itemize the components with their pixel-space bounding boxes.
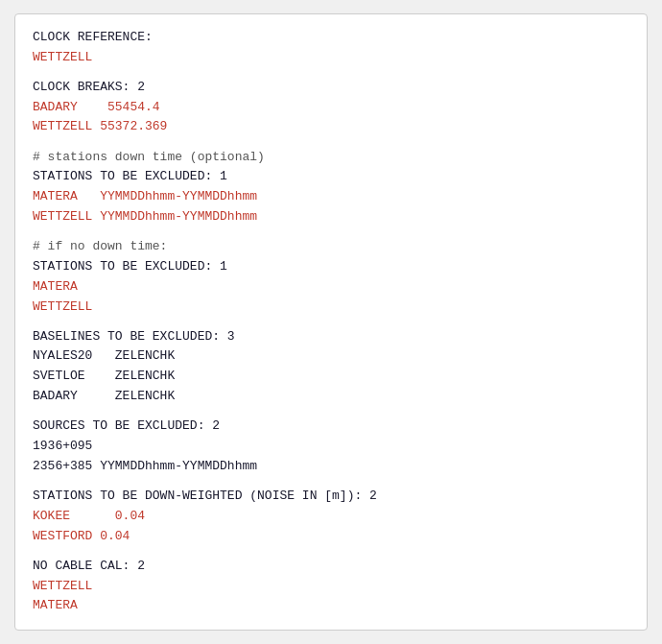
- no-cable-label: NO CABLE CAL: 2: [33, 557, 629, 577]
- baselines-row-1: NYALES20 ZELENCHK: [33, 346, 629, 367]
- stations-excluded-1-row-1: MATERA YYMMDDhhmm-YYMMDDhhmm: [33, 187, 629, 207]
- stations-excluded-1-label: STATIONS TO BE EXCLUDED: 1: [33, 167, 629, 187]
- downweighted-row-1: KOKEE 0.04: [33, 507, 629, 527]
- main-panel: CLOCK REFERENCE: WETTZELL CLOCK BREAKS: …: [14, 13, 648, 631]
- spacer-1: [33, 67, 629, 77]
- clock-breaks-row-2: WETTZELL 55372.369: [33, 117, 629, 137]
- sources-label: SOURCES TO BE EXCLUDED: 2: [33, 417, 629, 437]
- comment-1: # stations down time (optional): [33, 148, 629, 168]
- clock-reference-value: WETTZELL: [33, 48, 629, 68]
- spacer-7: [33, 546, 629, 556]
- spacer-5: [33, 407, 629, 417]
- clock-reference-label: CLOCK REFERENCE:: [33, 28, 629, 48]
- downweighted-row-2: WESTFORD 0.04: [33, 527, 629, 547]
- spacer-3: [33, 227, 629, 237]
- sources-row-2: 2356+385 YYMMDDhhmm-YYMMDDhhmm: [33, 457, 629, 477]
- baselines-row-2: SVETLOE ZELENCHK: [33, 367, 629, 387]
- no-cable-row-1: WETTZELL: [33, 577, 629, 597]
- spacer-6: [33, 477, 629, 487]
- baselines-row-3: BADARY ZELENCHK: [33, 387, 629, 407]
- clock-breaks-row-1: BADARY 55454.4: [33, 98, 629, 118]
- clock-breaks-label: CLOCK BREAKS: 2: [33, 78, 629, 98]
- sources-row-1: 1936+095: [33, 437, 629, 457]
- baselines-label: BASELINES TO BE EXCLUDED: 3: [33, 327, 629, 347]
- no-cable-row-2: MATERA: [33, 596, 629, 616]
- downweighted-label: STATIONS TO BE DOWN-WEIGHTED (NOISE IN […: [33, 487, 629, 507]
- stations-excluded-2-label: STATIONS TO BE EXCLUDED: 1: [33, 257, 629, 277]
- spacer-4: [33, 317, 629, 326]
- comment-2: # if no down time:: [33, 237, 629, 257]
- stations-excluded-2-row-1: MATERA: [33, 277, 629, 298]
- stations-excluded-1-row-2: WETTZELL YYMMDDhhmm-YYMMDDhhmm: [33, 207, 629, 227]
- stations-excluded-2-row-2: WETTZELL: [33, 298, 629, 318]
- spacer-2: [33, 137, 629, 147]
